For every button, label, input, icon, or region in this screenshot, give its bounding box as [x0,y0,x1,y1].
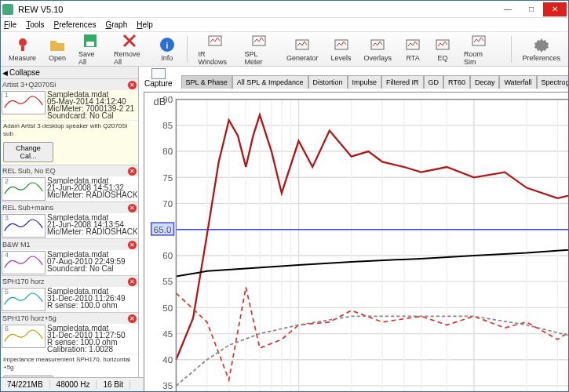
main-toolbar: MeasureOpenSave AllRemove AlliInfoIR Win… [1,32,568,67]
tab-impulse[interactable]: Impulse [348,75,382,89]
window-title: REW V5.10 [18,5,496,14]
measurement-item[interactable]: REL Sub+mains✕3Sampledata.mdat21-Jun-200… [1,202,138,239]
svg-text:60: 60 [162,251,173,260]
overlays-button[interactable]: Overlays [361,34,396,64]
tab-all-spl---impedance[interactable]: All SPL & Impedance [232,75,308,89]
room-sim-button[interactable]: Room Sim [461,31,496,67]
svg-text:85: 85 [162,121,173,130]
remove-measurement-icon[interactable]: ✕ [128,167,137,176]
svg-rect-1 [21,46,24,51]
change-cal-button[interactable]: Change Cal... [3,142,53,162]
maximize-button[interactable]: □ [520,2,543,16]
chart-panel: Capture SPL & PhaseAll SPL & ImpedanceDi… [139,67,569,377]
menu-tools[interactable]: Tools [26,20,44,29]
rta-button[interactable]: RTA [401,34,425,64]
svg-text:40: 40 [162,355,173,365]
svg-text:i: i [166,42,168,50]
status-memory: 74/221MB [1,380,50,389]
tab-distortion[interactable]: Distortion [308,75,348,89]
remove-measurement-icon[interactable]: ✕ [128,241,137,249]
measurements-panel: ◀ Collapse Artist 3+Q2070Si✕1Sampledata.… [1,67,139,377]
tab-spectrogram[interactable]: Spectrogram [537,75,569,89]
measurement-item[interactable]: REL Sub, No EQ✕2Sampledata.mdat21-Jun-20… [1,165,138,202]
measurement-notes: Adam Artist 3 desktop speaker with Q2070… [1,120,138,140]
svg-text:65.0: 65.0 [154,225,171,234]
remove-measurement-icon[interactable]: ✕ [128,278,137,286]
svg-text:dB: dB [154,96,166,107]
measurement-thumbnail: 4 [2,251,46,274]
change-cal-button[interactable]: Change Cal... [3,376,53,377]
status-samplerate: 48000 Hz [50,380,97,389]
app-icon [2,4,13,15]
svg-text:50: 50 [162,303,173,313]
svg-text:55: 55 [162,277,173,286]
eq-button[interactable]: EQ [431,34,454,64]
tab-rt--[interactable]: RT60 [443,75,470,89]
svg-text:1: 1 [5,92,9,99]
remove-measurement-icon[interactable]: ✕ [128,81,137,89]
measurement-thumbnail: 3 [2,214,46,238]
svg-rect-3 [86,42,94,46]
tab-decay[interactable]: Decay [470,75,500,89]
capture-button[interactable]: Capture [142,67,175,89]
tab-spl---phase[interactable]: SPL & Phase [181,75,232,89]
measurement-item[interactable]: SPH170 horz✕5Sampledata.mdat31-Dec-2010 … [1,276,138,313]
remove-measurement-icon[interactable]: ✕ [128,314,137,323]
measurement-thumbnail: 1 [2,91,46,114]
tab-gd[interactable]: GD [424,75,444,89]
svg-text:80: 80 [162,147,173,156]
info-button[interactable]: iInfo [155,34,179,64]
svg-text:3: 3 [5,215,9,222]
measurement-item[interactable]: Artist 3+Q2070Si✕1Sampledata.mdat05-May-… [1,79,138,165]
svg-text:70: 70 [162,199,173,209]
svg-text:45: 45 [162,329,173,339]
spl-meter-button[interactable]: SPL Meter [241,31,277,67]
ir-windows-button[interactable]: IR Windows [195,31,235,67]
measurement-thumbnail: 6 [2,325,46,348]
collapse-button[interactable]: ◀ Collapse [1,67,138,79]
levels-button[interactable]: Levels [328,34,355,64]
svg-text:2: 2 [5,178,9,185]
tab-filtered-ir[interactable]: Filtered IR [381,75,424,89]
title-bar: REW V5.10 — □ ✕ [1,1,568,18]
svg-text:35: 35 [162,381,173,390]
generator-button[interactable]: Generator [283,34,322,64]
close-button[interactable]: ✕ [543,2,567,16]
open-button[interactable]: Open [46,34,69,64]
measurement-item[interactable]: SPH170 horz+5g✕6Sampledata.mdat31-Dec-20… [1,313,138,377]
measure-button[interactable]: Measure [5,34,39,64]
svg-text:6: 6 [5,325,9,332]
menu-graph[interactable]: Graph [105,20,127,29]
status-bitdepth: 16 Bit [97,380,130,389]
menu-help[interactable]: Help [137,20,153,29]
tab-waterfall[interactable]: Waterfall [499,75,536,89]
measurement-item[interactable]: B&W M1✕4Sampledata.mdat07-Aug-2010 22:49… [1,239,138,276]
chart-tabs-bar: Capture SPL & PhaseAll SPL & ImpedanceDi… [139,67,569,90]
measurement-thumbnail: 2 [2,177,46,201]
measurement-thumbnail: 5 [2,288,46,311]
menu-preferences[interactable]: Preferences [53,20,96,29]
save-all-button[interactable]: Save All [75,31,104,67]
svg-text:75: 75 [162,173,173,183]
remove-measurement-icon[interactable]: ✕ [128,204,137,212]
minimize-button[interactable]: — [496,2,520,16]
preferences-button[interactable]: Preferences [519,34,564,64]
spl-phase-chart[interactable]: 30354045505560657075808590-270-180-90090… [144,92,569,392]
measurement-notes: Impedance measurement SPH170, horizontal… [1,354,138,373]
menu-file[interactable]: File [4,20,16,29]
svg-point-0 [19,38,27,46]
remove-all-button[interactable]: Remove All [111,31,149,67]
svg-text:4: 4 [5,252,9,259]
svg-text:5: 5 [5,289,9,296]
